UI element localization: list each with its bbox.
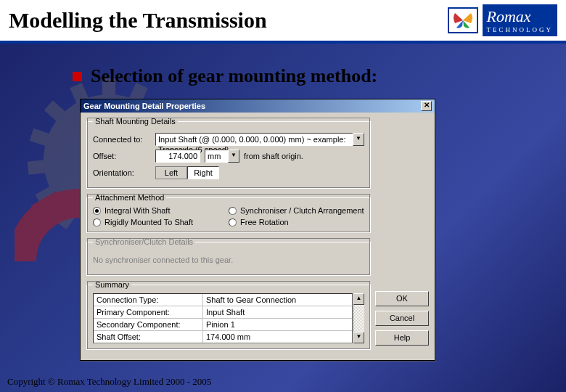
brand-logo: Romax TECHNOLOGY	[448, 4, 558, 36]
chevron-down-icon[interactable]: ▼	[228, 150, 239, 163]
group-label: Attachment Method	[93, 193, 166, 202]
slide-title: Modelling the Transmission	[9, 8, 448, 33]
slide-header: Modelling the Transmission Romax TECHNOL…	[0, 0, 566, 44]
orient-right-button[interactable]: Right	[187, 166, 219, 179]
summary-key: Shaft Offset:	[94, 331, 202, 343]
table-row: Shaft Offset: 174.000 mm	[94, 331, 352, 343]
connected-to-label: Connected to:	[93, 135, 151, 144]
ok-button[interactable]: OK	[375, 291, 429, 306]
table-row: Connection Type: Shaft to Gear Connectio…	[94, 294, 352, 306]
summary-key: Secondary Component:	[94, 319, 202, 330]
copyright-text: Copyright © Romax Technology Limited 200…	[7, 376, 211, 388]
butterfly-icon	[448, 7, 478, 33]
offset-input[interactable]: 174.000	[155, 150, 200, 163]
summary-value: 174.000 mm	[203, 331, 352, 343]
summary-key: Connection Type:	[94, 294, 202, 306]
bullet-text: Selection of gear mounting method:	[91, 65, 377, 87]
cancel-button[interactable]: Cancel	[375, 311, 429, 326]
summary-value: Shaft to Gear Connection	[203, 294, 352, 306]
radio-label: Integral With Shaft	[104, 206, 171, 215]
scroll-down-icon[interactable]: ▼	[353, 332, 364, 343]
attachment-method-group: Attachment Method Integral With Shaft Sy…	[86, 193, 371, 233]
radio-synchro[interactable]: Synchroniser / Clutch Arrangement	[229, 206, 364, 215]
group-label: Shaft Mounting Details	[93, 117, 178, 126]
connected-to-dropdown[interactable]: Input Shaft (@ (0.000, 0.000, 0.000) mm)…	[155, 133, 364, 146]
brand-sub: TECHNOLOGY	[487, 26, 554, 33]
offset-label: Offset:	[93, 152, 151, 160]
radio-integral[interactable]: Integral With Shaft	[93, 206, 229, 215]
radio-free[interactable]: Free Rotation	[229, 218, 364, 226]
gear-mounting-dialog: Gear Mounting Detail Properties ✕ Shaft …	[80, 99, 435, 361]
synchro-details-group: Synchroniser/Clutch Details No synchroni…	[86, 237, 371, 276]
table-row: Secondary Component: Pinion 1	[94, 319, 352, 331]
radio-label: Free Rotation	[240, 218, 289, 226]
summary-key: Primary Component:	[94, 306, 202, 318]
brand-name: Romax	[487, 7, 531, 25]
offset-unit-value: mm	[205, 150, 228, 163]
close-icon[interactable]: ✕	[421, 101, 432, 111]
orient-left-button[interactable]: Left	[155, 166, 187, 179]
square-bullet-icon	[73, 72, 82, 81]
help-button[interactable]: Help	[375, 330, 429, 346]
summary-group: Summary Connection Type: Shaft to Gear C…	[86, 280, 371, 350]
brand-text: Romax TECHNOLOGY	[483, 4, 558, 36]
from-origin-label: from shaft origin.	[244, 152, 303, 160]
offset-unit-dropdown[interactable]: mm ▼	[205, 150, 239, 163]
summary-value: Input Shaft	[203, 306, 352, 318]
orientation-label: Orientation:	[93, 168, 151, 177]
summary-scrollbar[interactable]: ▲ ▼	[353, 293, 364, 343]
synchro-status-text: No synchroniser connected to this gear.	[93, 256, 233, 264]
dialog-titlebar[interactable]: Gear Mounting Detail Properties ✕	[81, 99, 435, 113]
radio-label: Rigidly Mounted To Shaft	[104, 218, 193, 226]
bullet-item: Selection of gear mounting method:	[73, 65, 544, 87]
table-row: Primary Component: Input Shaft	[94, 306, 352, 319]
dialog-title: Gear Mounting Detail Properties	[83, 102, 205, 110]
shaft-mounting-group: Shaft Mounting Details Connected to: Inp…	[86, 117, 371, 189]
scroll-track[interactable]	[353, 305, 364, 332]
connected-to-value: Input Shaft (@ (0.000, 0.000, 0.000) mm)…	[155, 133, 353, 146]
summary-table: Connection Type: Shaft to Gear Connectio…	[93, 293, 353, 343]
radio-label: Synchroniser / Clutch Arrangement	[240, 206, 364, 215]
orientation-toggle: Left Right	[155, 166, 219, 179]
group-label: Summary	[93, 280, 131, 289]
radio-rigid[interactable]: Rigidly Mounted To Shaft	[93, 218, 229, 226]
summary-value: Pinion 1	[203, 319, 352, 330]
group-label: Synchroniser/Clutch Details	[93, 237, 195, 246]
chevron-down-icon[interactable]: ▼	[353, 133, 364, 146]
scroll-up-icon[interactable]: ▲	[353, 293, 364, 305]
